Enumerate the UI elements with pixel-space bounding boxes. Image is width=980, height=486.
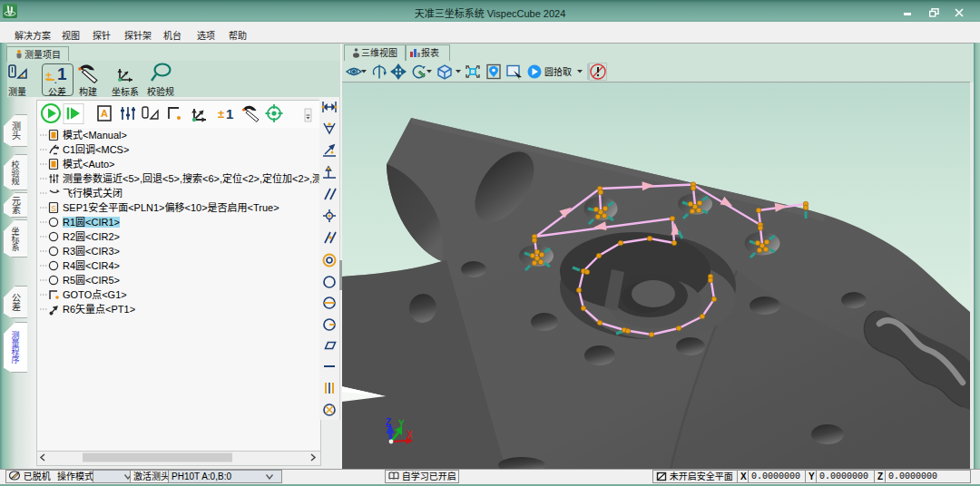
svg-text:1: 1 bbox=[226, 106, 233, 122]
svg-text:S: S bbox=[51, 204, 56, 213]
svg-text:X: X bbox=[407, 430, 413, 440]
svg-text:A: A bbox=[101, 108, 108, 119]
svg-text:圆拾取: 圆拾取 bbox=[544, 66, 572, 77]
svg-text:Y: Y bbox=[398, 419, 405, 429]
svg-text:±: ± bbox=[218, 107, 224, 121]
svg-text:Z: Z bbox=[386, 417, 391, 427]
